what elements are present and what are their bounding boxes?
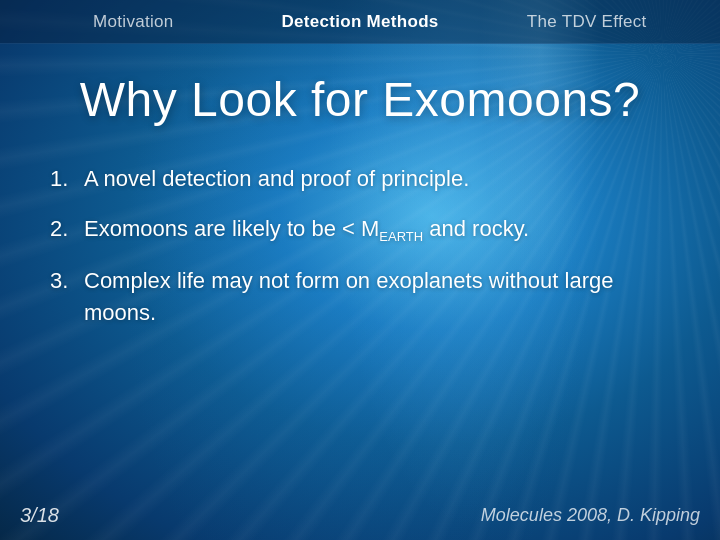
list-item: 1. A novel detection and proof of princi… bbox=[50, 163, 680, 195]
list-text-1: A novel detection and proof of principle… bbox=[84, 163, 469, 195]
list-item: 3. Complex life may not form on exoplane… bbox=[50, 265, 680, 329]
list-number-3: 3. bbox=[50, 265, 84, 297]
list-text-2: Exomoons are likely to be < MEARTH and r… bbox=[84, 213, 529, 247]
nav-item-detection-methods[interactable]: Detection Methods bbox=[247, 12, 474, 32]
list-item: 2. Exomoons are likely to be < MEARTH an… bbox=[50, 213, 680, 247]
list-number-1: 1. bbox=[50, 163, 84, 195]
slide-content: Why Look for Exomoons? 1. A novel detect… bbox=[0, 44, 720, 496]
slide-footer: 3/18 Molecules 2008, D. Kipping bbox=[0, 496, 720, 540]
content-list: 1. A novel detection and proof of princi… bbox=[40, 163, 680, 476]
subscript-earth: EARTH bbox=[379, 229, 423, 244]
nav-item-motivation[interactable]: Motivation bbox=[20, 12, 247, 32]
navigation-bar: Motivation Detection Methods The TDV Eff… bbox=[0, 0, 720, 44]
nav-item-tdv-effect[interactable]: The TDV Effect bbox=[473, 12, 700, 32]
slide-title: Why Look for Exomoons? bbox=[40, 72, 680, 127]
list-text-3: Complex life may not form on exoplanets … bbox=[84, 265, 680, 329]
list-number-2: 2. bbox=[50, 213, 84, 245]
slide-number: 3/18 bbox=[20, 504, 59, 527]
attribution: Molecules 2008, D. Kipping bbox=[481, 505, 700, 526]
